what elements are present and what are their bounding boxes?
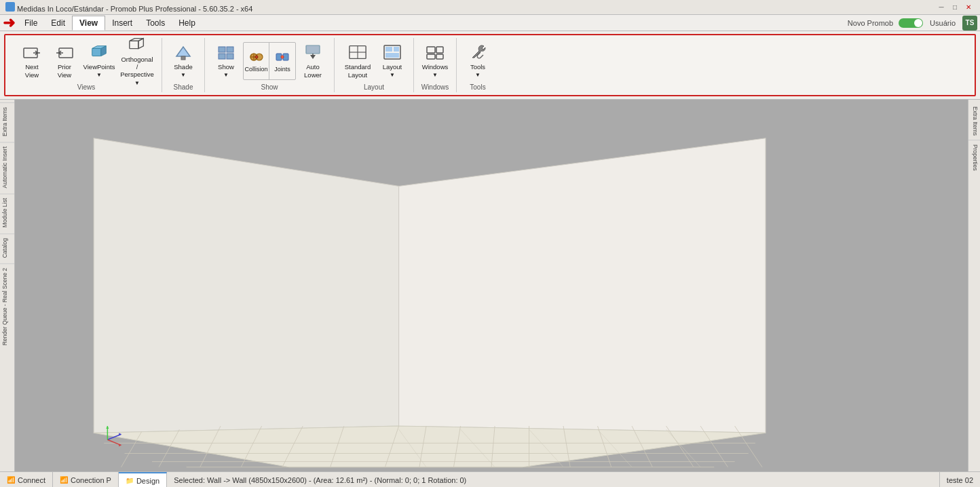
svg-rect-24 — [306, 45, 320, 54]
tools-buttons: Tools▼ — [462, 39, 493, 82]
ribbon-group-tools: Tools▼ Tools — [457, 38, 499, 92]
menu-item-insert[interactable]: Insert — [105, 16, 139, 31]
next-view-icon — [22, 43, 41, 62]
layout-label: Layout▼ — [383, 63, 402, 79]
close-button[interactable]: ✕ — [962, 2, 975, 13]
menu-item-file[interactable]: File — [18, 16, 44, 31]
prior-view-icon — [55, 43, 74, 62]
show-button[interactable]: Show▼ — [210, 42, 242, 80]
auto-lower-button[interactable]: AutoLower — [297, 42, 328, 80]
tools-group-label: Tools — [470, 82, 485, 91]
right-tab-label: teste 02 — [947, 476, 973, 484]
sidebar-tab-extra-items[interactable]: Extra Items — [0, 102, 14, 140]
ribbon-group-views: NextView PriorView — [11, 38, 162, 92]
svg-rect-34 — [427, 54, 435, 59]
ribbon-group-show: Show▼ — [205, 38, 335, 92]
menu-item-edit[interactable]: Edit — [44, 16, 72, 31]
svg-rect-10 — [219, 47, 225, 52]
title-bar: Medidas In Loco/Estándar - Promob Plus P… — [0, 0, 980, 15]
standard-layout-button[interactable]: StandardLayout — [340, 42, 375, 80]
novo-promob: Novo Promob — [848, 18, 923, 28]
sidebar-tab-catalog[interactable]: Catalog — [0, 233, 14, 262]
collision-joints-group: Collision Joints — [243, 42, 296, 80]
red-arrow-icon: ➜ — [3, 14, 15, 32]
design-label: Design — [136, 477, 159, 485]
standard-layout-icon — [348, 43, 367, 62]
svg-rect-5 — [130, 41, 138, 48]
windows-button[interactable]: Windows▼ — [419, 42, 451, 80]
menu-item-view[interactable]: View — [72, 16, 105, 31]
show-label: Show▼ — [218, 63, 234, 79]
user-avatar[interactable]: TS — [962, 16, 977, 31]
ribbon-group-windows: Windows▼ Windows — [414, 38, 457, 92]
show-buttons: Show▼ — [210, 39, 328, 82]
windows-label: Windows▼ — [422, 63, 449, 79]
sidebar-tab-automatic-insert[interactable]: Automatic Insert — [0, 142, 14, 192]
title-left: Medidas In Loco/Estándar - Promob Plus P… — [5, 2, 252, 13]
shade-icon — [174, 43, 193, 62]
layout-buttons: StandardLayout Layout▼ — [340, 39, 408, 82]
orthogonal-perspective-button[interactable]: Orthogonal /Perspective▼ — [118, 42, 156, 80]
svg-point-19 — [255, 56, 258, 58]
svg-point-23 — [281, 56, 284, 58]
viewpoints-button[interactable]: ViewPoints▼ — [81, 42, 117, 80]
conection-wifi-icon: 📶 — [60, 476, 68, 484]
views-buttons: NextView PriorView — [16, 39, 156, 82]
prior-view-button[interactable]: PriorView — [49, 42, 80, 80]
shade-label: Shade▼ — [174, 63, 192, 79]
right-tab-properties[interactable]: Properties — [968, 140, 980, 175]
tools-icon — [468, 43, 487, 62]
tools-label: Tools▼ — [470, 63, 485, 79]
connect-wifi-icon: 📶 — [7, 476, 15, 484]
conection-p-label: Conection P — [71, 476, 111, 484]
main-area: Extra Items Automatic Insert Module List… — [0, 100, 980, 471]
svg-rect-33 — [427, 47, 435, 53]
svg-marker-7 — [130, 38, 144, 41]
svg-rect-35 — [436, 47, 443, 53]
svg-marker-8 — [176, 47, 190, 56]
app-icon — [5, 2, 15, 12]
show-group-label: Show — [261, 82, 278, 91]
menu-item-help[interactable]: Help — [172, 16, 202, 31]
layout-button[interactable]: Layout▼ — [377, 42, 408, 80]
user-label: Usuário — [930, 19, 956, 27]
viewport[interactable] — [15, 100, 968, 471]
ribbon-group-shade: Shade▼ Shade — [162, 38, 205, 92]
layout-group-label: Layout — [364, 82, 384, 91]
standard-layout-label: StandardLayout — [345, 63, 371, 79]
svg-rect-9 — [181, 56, 185, 60]
svg-rect-31 — [394, 47, 399, 52]
shade-buttons: Shade▼ — [168, 39, 199, 82]
status-tab-conection-p[interactable]: 📶 Conection P — [53, 472, 119, 487]
maximize-button[interactable]: □ — [949, 2, 961, 13]
collision-icon — [249, 50, 264, 64]
minimize-button[interactable]: ─ — [935, 2, 947, 13]
menu-item-tools[interactable]: Tools — [139, 16, 172, 31]
shade-button[interactable]: Shade▼ — [168, 42, 199, 80]
menu-bar: ➜ File Edit View Insert Tools Help Novo … — [0, 15, 980, 31]
sidebar-tab-render-queue[interactable]: Render Queue - Real Scene 2 — [0, 263, 14, 349]
collision-button[interactable]: Collision — [244, 43, 269, 79]
status-text: Selected: Wall -> Wall (4850x150x2600) -… — [167, 476, 939, 484]
windows-icon — [426, 43, 445, 62]
menu-items: ➜ File Edit View Insert Tools Help — [3, 14, 202, 32]
status-right-tab[interactable]: teste 02 — [939, 472, 980, 487]
orthogonal-perspective-icon — [128, 35, 147, 54]
next-view-button[interactable]: NextView — [16, 42, 48, 80]
status-tab-connect[interactable]: 📶 Connect — [0, 472, 53, 487]
windows-group-label: Windows — [421, 82, 449, 91]
svg-rect-32 — [385, 53, 399, 58]
status-tab-design[interactable]: 📁 Design — [119, 472, 167, 487]
right-tab-extra-items[interactable]: Extra Items — [968, 102, 980, 140]
svg-rect-11 — [227, 47, 233, 52]
prior-view-label: PriorView — [58, 63, 71, 79]
svg-rect-12 — [219, 54, 225, 59]
svg-marker-38 — [94, 138, 398, 433]
windows-buttons: Windows▼ — [419, 39, 451, 82]
svg-rect-13 — [227, 54, 233, 59]
tools-button[interactable]: Tools▼ — [462, 42, 493, 80]
svg-rect-2 — [92, 48, 101, 56]
sidebar-tab-module-list[interactable]: Module List — [0, 193, 14, 231]
novo-promob-toggle[interactable] — [899, 18, 923, 28]
joints-button[interactable]: Joints — [269, 43, 295, 79]
